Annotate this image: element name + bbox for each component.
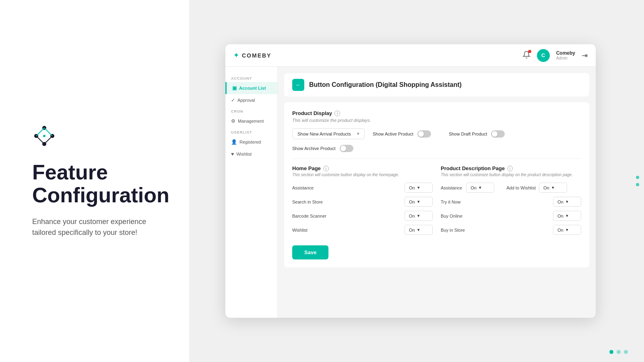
svg-line-7 xyxy=(36,128,44,136)
sidebar: ACCOUNT ▣ Account List ✓ Approval CRON ⚙… xyxy=(225,67,278,318)
add-wishlist-dropdown[interactable]: On ▾ xyxy=(539,183,567,193)
home-search-dropdown[interactable]: On ▾ xyxy=(405,197,433,207)
add-wishlist-row: Add to Wishlist On ▾ xyxy=(506,183,567,193)
chevron-down-icon: ▾ xyxy=(417,227,420,232)
main-content: ← Button Configuration (Digital Shopping… xyxy=(278,67,596,318)
svg-line-6 xyxy=(36,136,44,144)
product-display-info-icon: i xyxy=(334,111,340,116)
home-assistance-row: Assistance On ▾ xyxy=(292,183,433,193)
show-draft-product-row: Show Draft Product xyxy=(449,130,505,138)
side-dot-1 xyxy=(636,176,639,179)
home-page-info-icon: i xyxy=(323,166,329,171)
product-desc-title: Product Description Page i xyxy=(441,165,581,171)
pagination-dot-1[interactable] xyxy=(609,350,613,354)
sidebar-section-cron: CRON xyxy=(225,106,277,115)
chevron-down-icon: ▾ xyxy=(417,185,420,190)
chevron-down-icon: ▾ xyxy=(417,213,420,218)
home-page-desc: This section will customize button displ… xyxy=(292,172,433,178)
registered-icon: 👤 xyxy=(231,139,237,145)
prod-assistance-row: Assistance On ▾ xyxy=(441,183,494,193)
chevron-down-icon: ▾ xyxy=(357,131,359,136)
prod-trynow-dropdown[interactable]: On ▾ xyxy=(553,197,581,207)
product-display-section: Product Display i This will customize th… xyxy=(292,110,581,152)
prod-buyonline-row: Buy Online On ▾ xyxy=(441,211,581,221)
right-panel: ✦ COMEBY C Comeby Admin ⇥ xyxy=(189,0,644,362)
browser-window: ✦ COMEBY C Comeby Admin ⇥ xyxy=(225,44,596,318)
prod-trynow-row: Try it Now On ▾ xyxy=(441,197,581,207)
top-bar-right: C Comeby Admin ⇥ xyxy=(522,49,588,62)
chevron-down-icon: ▾ xyxy=(566,213,568,218)
side-decorators xyxy=(636,176,639,186)
sidebar-item-management[interactable]: ⚙ Management xyxy=(225,115,277,127)
svg-point-8 xyxy=(43,135,45,137)
top-bar: ✦ COMEBY C Comeby Admin ⇥ xyxy=(225,44,596,67)
home-assistance-dropdown[interactable]: On ▾ xyxy=(405,183,433,193)
wishlist-icon: ♥ xyxy=(231,151,234,157)
approval-icon: ✓ xyxy=(231,97,235,103)
left-panel: Feature Configuration Enhance your custo… xyxy=(0,0,189,362)
home-wishlist-dropdown[interactable]: On ▾ xyxy=(405,225,433,235)
page-title: Button Configuration (Digital Shopping A… xyxy=(309,81,462,88)
chevron-down-icon: ▾ xyxy=(566,199,568,204)
svg-line-4 xyxy=(44,128,52,136)
product-desc-section: Product Description Page i This section … xyxy=(441,165,581,239)
notification-bell[interactable] xyxy=(522,51,530,60)
prod-assistance-wishlist-row: Assistance On ▾ Add to Wishlist xyxy=(441,183,581,193)
sidebar-item-registered[interactable]: 👤 Registered xyxy=(225,136,277,148)
sidebar-section-account: ACCOUNT xyxy=(225,73,277,82)
account-list-icon: ▣ xyxy=(232,85,237,91)
user-info: Comeby Admin xyxy=(556,50,575,60)
sidebar-item-approval[interactable]: ✓ Approval xyxy=(225,94,277,106)
logout-icon[interactable]: ⇥ xyxy=(582,51,588,60)
prod-buyinstore-dropdown[interactable]: On ▾ xyxy=(553,225,581,235)
sidebar-section-userlist: USERLIST xyxy=(225,127,277,136)
chevron-down-icon: ▾ xyxy=(552,185,554,190)
two-col-layout: Home Page i This section will customize … xyxy=(292,165,581,239)
product-display-dropdown[interactable]: Show New Arrival Products ▾ xyxy=(292,128,365,139)
logo-symbol: ✦ xyxy=(233,51,239,59)
home-barcode-row: Barcode Scanner On ▾ xyxy=(292,211,433,221)
sidebar-item-account-list[interactable]: ▣ Account List xyxy=(225,82,277,94)
chevron-down-icon: ▾ xyxy=(479,185,481,190)
show-archive-toggle[interactable] xyxy=(340,145,353,152)
home-search-row: Search in Store On ▾ xyxy=(292,197,433,207)
product-desc-desc: This section will customize button displ… xyxy=(441,172,581,178)
chevron-down-icon: ▾ xyxy=(566,227,568,232)
product-desc-info-icon: i xyxy=(507,166,513,171)
avatar: C xyxy=(537,49,550,62)
product-display-title: Product Display i xyxy=(292,110,581,116)
sidebar-item-wishlist[interactable]: ♥ Wishlist xyxy=(225,148,277,160)
brand-logo-icon xyxy=(32,124,56,148)
notification-dot xyxy=(528,50,531,53)
pagination-dots xyxy=(609,350,628,354)
show-active-toggle[interactable] xyxy=(417,130,431,138)
app-layout: ACCOUNT ▣ Account List ✓ Approval CRON ⚙… xyxy=(225,67,596,318)
home-barcode-dropdown[interactable]: On ▾ xyxy=(405,211,433,221)
show-archive-product-row: Show Archive Product xyxy=(292,145,572,152)
prod-buyonline-dropdown[interactable]: On ▾ xyxy=(553,211,581,221)
product-display-row: Show New Arrival Products ▾ Show Active … xyxy=(292,128,581,139)
feature-subtitle: Enhance your customer experience tailore… xyxy=(32,216,161,238)
config-card: Product Display i This will customize th… xyxy=(284,102,589,267)
page-header: ← Button Configuration (Digital Shopping… xyxy=(284,73,589,97)
home-page-section: Home Page i This section will customize … xyxy=(292,165,433,239)
pagination-dot-2[interactable] xyxy=(617,350,621,354)
side-dot-2 xyxy=(636,183,639,186)
prod-assistance-dropdown[interactable]: On ▾ xyxy=(466,183,494,193)
app-logo: ✦ COMEBY xyxy=(233,51,271,59)
product-display-desc: This will customize the product displays… xyxy=(292,118,581,123)
logo-text: COMEBY xyxy=(242,52,271,59)
management-icon: ⚙ xyxy=(231,118,235,124)
prod-buyinstore-row: Buy in Store On ▾ xyxy=(441,225,581,235)
back-button[interactable]: ← xyxy=(292,79,304,91)
show-draft-toggle[interactable] xyxy=(491,130,505,138)
save-button[interactable]: Save xyxy=(292,245,328,259)
svg-line-5 xyxy=(44,136,52,144)
show-active-product-row: Show Active Product xyxy=(373,130,431,138)
home-wishlist-row: Wishlist On ▾ xyxy=(292,225,433,235)
pagination-dot-3[interactable] xyxy=(624,350,628,354)
home-page-title: Home Page i xyxy=(292,165,433,171)
feature-title: Feature Configuration xyxy=(32,161,165,207)
chevron-down-icon: ▾ xyxy=(417,199,420,204)
